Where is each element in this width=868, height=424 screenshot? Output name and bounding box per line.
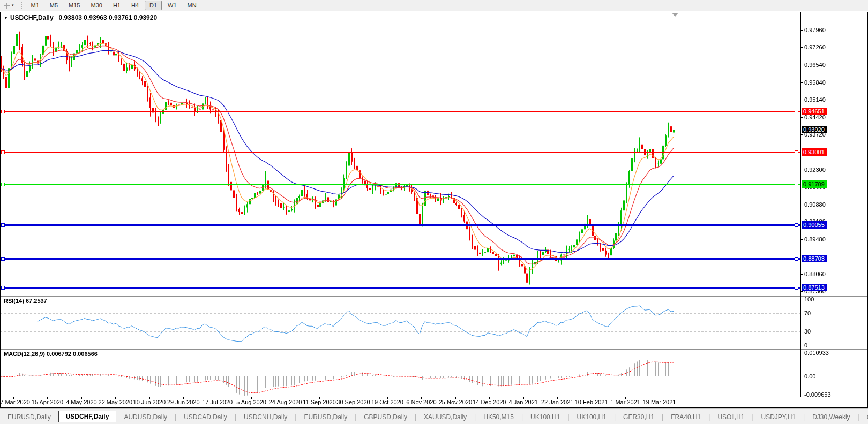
timeframe-button-group: M1M5M15M30H1H4D1W1MN — [26, 2, 202, 9]
symbol-tab-bar: EURUSD,DailyUSDCHF,DailyAUDUSD,Daily|USD… — [0, 408, 868, 424]
timeframe-button-m5[interactable]: M5 — [45, 1, 63, 10]
timeframe-toolbar: ▾ M1M5M15M30H1H4D1W1MN — [0, 0, 868, 11]
price-chart-canvas[interactable] — [0, 12, 868, 408]
chevron-down-icon[interactable]: ▾ — [12, 3, 14, 7]
timeframe-button-h1[interactable]: H1 — [108, 1, 125, 10]
tab-gbpusd-daily[interactable]: GBPUSD,Daily — [356, 411, 415, 423]
timeframe-button-h4[interactable]: H4 — [126, 1, 144, 10]
tab-fra40-h1[interactable]: FRA40,H1 — [663, 411, 708, 423]
tab-uk100-h1[interactable]: UK100,H1 — [523, 411, 567, 423]
trading-app: ▾ M1M5M15M30H1H4D1W1MN ▼USDCHF,Daily0.93… — [0, 0, 868, 424]
tab-usoil-h1[interactable]: USOil,H1 — [710, 411, 752, 423]
tab-usdcad-daily[interactable]: USDCAD,Daily — [176, 411, 235, 423]
timeframe-button-mn[interactable]: MN — [183, 1, 201, 10]
tab-hk50-m15[interactable]: HK50,M15 — [476, 411, 521, 423]
timeframe-button-d1[interactable]: D1 — [145, 1, 162, 10]
tab-uk100-h1[interactable]: UK100,H1 — [570, 411, 614, 423]
timeframe-button-m30[interactable]: M30 — [86, 1, 107, 10]
timeframe-button-w1[interactable]: W1 — [163, 1, 182, 10]
chart-window — [0, 12, 868, 408]
tab-eurusd-daily[interactable]: EURUSD,Daily — [296, 411, 355, 423]
tab-china300-h1[interactable]: CHINA300,H1 — [859, 411, 868, 423]
tab-eurusd-daily[interactable]: EURUSD,Daily — [0, 411, 58, 423]
crosshair-cursor-icon[interactable] — [3, 2, 10, 9]
tab-ger30-h1[interactable]: GER30,H1 — [616, 411, 662, 423]
toolbar-separator — [18, 1, 18, 10]
timeframe-button-m15[interactable]: M15 — [64, 1, 85, 10]
tab-usdcnh-daily[interactable]: USDCNH,Daily — [236, 411, 295, 423]
timeframe-button-m1[interactable]: M1 — [26, 1, 44, 10]
toolbar-grip[interactable] — [21, 2, 24, 9]
tab-xauusd-daily[interactable]: XAUUSD,Daily — [416, 411, 474, 423]
tabs-container: EURUSD,DailyUSDCHF,DailyAUDUSD,Daily|USD… — [0, 411, 868, 423]
tab-usdjpy-h1[interactable]: USDJPY,H1 — [754, 411, 803, 423]
tab-usdchf-daily[interactable]: USDCHF,Daily — [58, 411, 117, 422]
tab-audusd-daily[interactable]: AUDUSD,Daily — [116, 411, 175, 423]
tab-dj30-weekly[interactable]: DJ30,Weekly — [805, 411, 857, 423]
